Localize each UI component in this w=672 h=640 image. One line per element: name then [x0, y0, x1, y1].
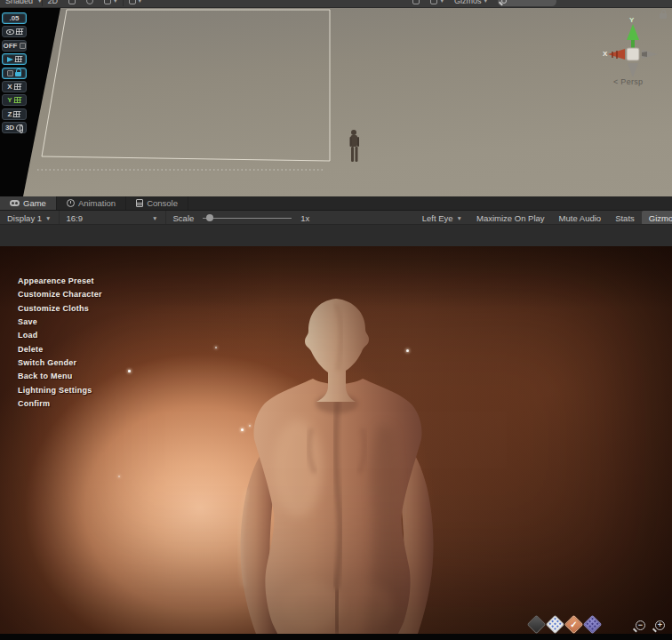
menu-item-save[interactable]: Save: [18, 317, 102, 331]
preset-swatch-white[interactable]: [546, 615, 564, 634]
tab-game[interactable]: Game: [0, 196, 57, 210]
character-menu: Appearence Preset Customize Character Cu…: [18, 276, 102, 412]
zoom-out-icon[interactable]: −: [636, 620, 645, 630]
grid-icon: [14, 56, 22, 62]
lighting-toggle-icon[interactable]: [63, 0, 81, 4]
perspective-label[interactable]: < Persp: [613, 77, 643, 86]
scene-toolbar: Shaded ▾ 2D ▾ ▾ ▾ Gizmos ▾: [0, 0, 672, 8]
letterbox-strip: [0, 225, 672, 246]
character-model[interactable]: [178, 295, 498, 634]
progrids-grid-visibility-button[interactable]: [2, 26, 27, 37]
display-dropdown[interactable]: Display 1 ▼: [0, 211, 60, 225]
arrow-right-icon: [7, 57, 13, 62]
toggle-box-icon: [7, 70, 13, 76]
particle-dot: [215, 347, 217, 348]
progrids-axis-x-button[interactable]: X: [2, 81, 27, 92]
scale-slider[interactable]: [203, 218, 292, 219]
scene-gizmos-dropdown[interactable]: Gizmos ▾: [449, 0, 492, 5]
chevron-down-icon: ▾: [139, 0, 142, 4]
menu-item-switch-gender[interactable]: Switch Gender: [18, 358, 102, 372]
eye-icon: [6, 29, 14, 35]
sphere-icon: [16, 124, 23, 132]
2d-toggle-button[interactable]: 2D: [43, 0, 64, 5]
menu-item-load[interactable]: Load: [18, 331, 102, 344]
progrids-grid-lock-button[interactable]: [2, 68, 27, 79]
progrids-axis-z-button[interactable]: Z: [2, 108, 27, 120]
zoom-controls: − +: [636, 620, 665, 630]
draw-mode-dropdown[interactable]: Shaded: [0, 0, 38, 5]
particle-dot: [118, 476, 120, 477]
chevron-down-icon: ▼: [45, 215, 51, 221]
chevron-down-icon: ▼: [152, 215, 157, 221]
unity-editor-window: Shaded ▾ 2D ▾ ▾ ▾ Gizmos ▾: [0, 0, 672, 640]
lock-icon: [15, 72, 21, 76]
chevron-down-icon: ▾: [484, 0, 487, 4]
scale-control: Scale 1x: [166, 211, 317, 225]
scene-wireframe-overlay: [0, 8, 672, 196]
lock-icon[interactable]: [660, 13, 667, 19]
menu-item-delete[interactable]: Delete: [18, 345, 102, 358]
scene-character-model: [350, 130, 360, 162]
check-icon: ✓: [567, 619, 580, 632]
progrids-sidebar: .05 OFF X Y Z 3D: [2, 12, 28, 136]
menu-item-lightning-settings[interactable]: Lightning Settings: [18, 386, 102, 399]
progrids-snap-size-button[interactable]: .05: [2, 12, 27, 24]
stats-button[interactable]: Stats: [608, 211, 642, 225]
particle-dot: [128, 370, 131, 372]
menu-item-customize-cloths[interactable]: Customize Cloths: [18, 304, 102, 317]
preset-swatch-dark[interactable]: [527, 615, 546, 634]
progrids-3d-button[interactable]: 3D: [2, 122, 27, 133]
mute-audio-button[interactable]: Mute Audio: [552, 211, 609, 225]
zoom-in-icon[interactable]: +: [655, 620, 665, 630]
game-gizmos-button[interactable]: Gizmos: [642, 211, 672, 225]
chevron-down-icon: ▾: [440, 0, 444, 4]
scale-value: 1x: [300, 213, 309, 223]
orientation-gizmo[interactable]: Y X < Persp: [601, 13, 668, 95]
preset-swatch-purple[interactable]: [583, 615, 602, 634]
menu-item-appearence-preset[interactable]: Appearence Preset: [18, 276, 102, 290]
camera-dropdown-icon[interactable]: ▾: [425, 0, 449, 4]
progrids-axis-y-button[interactable]: Y: [2, 94, 27, 106]
particle-dot: [241, 428, 244, 431]
scene-search-input[interactable]: [498, 0, 556, 6]
x-axis-label: X: [603, 50, 608, 58]
menu-item-back-to-menu[interactable]: Back to Menu: [18, 372, 102, 385]
tool-settings-icon[interactable]: [407, 0, 425, 4]
eye-mode-dropdown[interactable]: Left Eye ▼: [415, 211, 469, 225]
game-viewport: Appearence Preset Customize Character Cu…: [0, 246, 672, 634]
toggle-box-icon: [20, 43, 26, 49]
grid-icon: [13, 84, 21, 90]
effects-dropdown-icon[interactable]: ▾: [99, 0, 123, 4]
chevron-down-icon: ▼: [457, 215, 462, 221]
game-view-toolbar: Display 1 ▼ 16:9 ▼ Scale 1x Left Eye ▼ M…: [0, 211, 672, 225]
menu-item-customize-character[interactable]: Customize Character: [18, 290, 102, 303]
gamepad-icon: [10, 200, 20, 206]
particle-dot: [249, 425, 251, 427]
search-icon: [501, 0, 507, 4]
maximize-on-play-button[interactable]: Maximize On Play: [469, 211, 552, 225]
grid-icon: [13, 111, 21, 117]
clock-icon: [67, 199, 75, 207]
preset-swatch-orange-selected[interactable]: ✓: [564, 615, 583, 634]
audio-toggle-icon[interactable]: [81, 0, 99, 4]
particle-dot: [406, 349, 409, 352]
tab-console[interactable]: Console: [126, 196, 188, 210]
bottom-bar: [0, 634, 672, 640]
tab-animation[interactable]: Animation: [57, 196, 126, 210]
chevron-down-icon: ▾: [114, 0, 117, 4]
y-axis-label: Y: [629, 16, 635, 24]
grid-icon: [13, 97, 21, 103]
preset-swatch-row: ✓: [530, 618, 599, 631]
menu-item-confirm[interactable]: Confirm: [18, 399, 102, 412]
grid-icon: [15, 28, 23, 35]
progrids-snap-toggle-button[interactable]: OFF: [2, 40, 27, 52]
aspect-ratio-dropdown[interactable]: 16:9 ▼: [60, 211, 166, 225]
draw-mode-label: Shaded: [5, 0, 33, 5]
console-icon: [136, 199, 143, 207]
scene-viewport[interactable]: .05 OFF X Y Z 3D: [0, 8, 672, 196]
progrids-push-to-grid-button[interactable]: [2, 53, 27, 65]
view-tab-bar: Game Animation Console: [0, 196, 672, 211]
grid-visibility-icon[interactable]: ▾: [124, 0, 148, 4]
scale-slider-knob[interactable]: [206, 214, 213, 221]
